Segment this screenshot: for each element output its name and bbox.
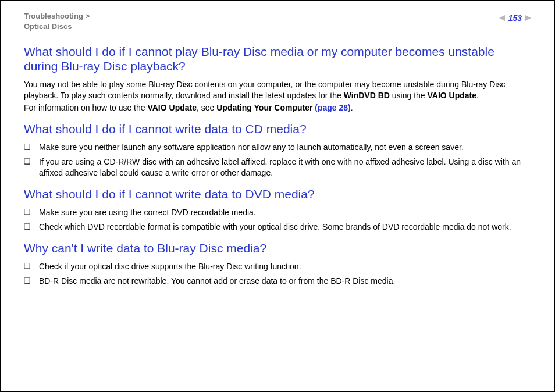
bullet-icon: ❑ [24, 222, 39, 232]
text: using the [390, 91, 428, 100]
list-item: ❑BD-R Disc media are not rewritable. You… [24, 276, 531, 287]
list-item: ❑Check which DVD recordable format is co… [24, 222, 531, 233]
section1-heading: What should I do if I cannot play Blu-ra… [24, 44, 531, 73]
content-area: What should I do if I cannot play Blu-ra… [24, 44, 531, 287]
section3-list: ❑Make sure you are using the correct DVD… [24, 207, 531, 233]
list-item-text: Make sure you neither launch any softwar… [39, 142, 531, 153]
section1-paragraph1: You may not be able to play some Blu-ray… [24, 79, 531, 101]
section1-paragraph2: For information on how to use the VAIO U… [24, 102, 531, 113]
list-item: ❑Make sure you are using the correct DVD… [24, 207, 531, 218]
text: . [476, 91, 479, 100]
list-item: ❑Check if your optical disc drive suppor… [24, 261, 531, 272]
text: , see [197, 103, 216, 112]
page-number: 153 [508, 13, 522, 23]
list-item-text: BD-R Disc media are not rewritable. You … [39, 276, 531, 287]
section4-list: ❑Check if your optical disc drive suppor… [24, 261, 531, 287]
next-page-icon[interactable] [525, 15, 531, 21]
bullet-icon: ❑ [24, 261, 39, 272]
text: For information on how to use the [24, 103, 147, 112]
breadcrumb-line1: Troubleshooting > [24, 12, 90, 20]
bullet-icon: ❑ [24, 276, 39, 286]
page-header: Troubleshooting > Optical Discs 153 [24, 11, 531, 31]
text: . [351, 103, 353, 112]
breadcrumb-line2: Optical Discs [24, 22, 72, 31]
list-item-text: If you are using a CD-R/RW disc with an … [39, 156, 531, 179]
list-item: ❑Make sure you neither launch any softwa… [24, 142, 531, 153]
section4-heading: Why can't I write data to Blu-ray Disc m… [24, 241, 531, 255]
section2-list: ❑Make sure you neither launch any softwa… [24, 142, 531, 179]
section2-heading: What should I do if I cannot write data … [24, 122, 531, 136]
section3-heading: What should I do if I cannot write data … [24, 187, 531, 201]
bold-vaio-update: VAIO Update [428, 91, 477, 100]
bold-vaio-update: VAIO Update [147, 103, 197, 112]
bullet-icon: ❑ [24, 142, 39, 152]
list-item-text: Check which DVD recordable format is com… [39, 222, 531, 233]
bold-updating-computer: Updating Your Computer [216, 103, 315, 112]
page-container: Troubleshooting > Optical Discs 153 What… [0, 0, 555, 392]
breadcrumb: Troubleshooting > Optical Discs [24, 11, 90, 31]
page-link-28[interactable]: (page 28) [315, 103, 350, 112]
prev-page-icon[interactable] [499, 15, 505, 21]
list-item: ❑If you are using a CD-R/RW disc with an… [24, 156, 531, 179]
bullet-icon: ❑ [24, 156, 39, 167]
list-item-text: Check if your optical disc drive support… [39, 261, 531, 272]
bullet-icon: ❑ [24, 207, 39, 218]
list-item-text: Make sure you are using the correct DVD … [39, 207, 531, 218]
bold-windvd: WinDVD BD [344, 91, 390, 100]
page-nav: 153 [499, 13, 531, 23]
